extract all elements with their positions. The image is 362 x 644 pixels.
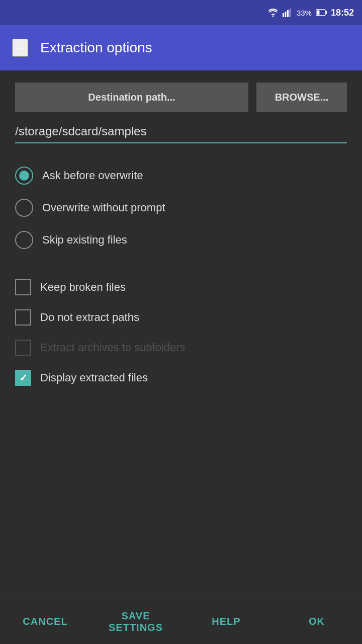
bottom-bar: CANCEL SAVESETTINGS HELP OK: [0, 599, 362, 644]
radio-label-skip: Skip existing files: [42, 233, 127, 247]
checkbox-display-extracted[interactable]: ✓ Display extracted files: [15, 363, 347, 393]
battery-text: 33%: [297, 9, 312, 17]
back-button[interactable]: ←: [12, 39, 28, 57]
destination-row: Destination path... BROWSE...: [15, 83, 347, 112]
checkbox-label-no-paths: Do not extract paths: [40, 311, 139, 324]
radio-circle-overwrite: [15, 199, 33, 217]
ok-button[interactable]: OK: [272, 599, 362, 644]
radio-skip-existing[interactable]: Skip existing files: [15, 224, 347, 256]
radio-label-ask: Ask before overwrite: [42, 169, 143, 182]
checkbox-label-display: Display extracted files: [40, 371, 148, 384]
checkbox-label-subfolders: Extract archives to subfolders: [40, 341, 186, 354]
checkmark-icon: ✓: [19, 372, 28, 384]
svg-rect-1: [285, 12, 286, 17]
radio-inner-ask: [19, 171, 29, 181]
wifi-icon: [267, 8, 279, 17]
checkbox-group: Keep broken files Do not extract paths E…: [15, 272, 347, 393]
checkbox-no-extract-paths[interactable]: Do not extract paths: [15, 302, 347, 333]
radio-overwrite-without-prompt[interactable]: Overwrite without prompt: [15, 192, 347, 224]
path-input[interactable]: [15, 120, 347, 143]
checkbox-box-keep-broken: [15, 279, 31, 295]
save-settings-button[interactable]: SAVESETTINGS: [90, 599, 181, 644]
save-settings-label: SAVESETTINGS: [109, 610, 163, 633]
browse-button[interactable]: BROWSE...: [256, 83, 347, 112]
checkbox-label-keep-broken: Keep broken files: [40, 281, 126, 294]
checkbox-extract-subfolders: Extract archives to subfolders: [15, 333, 347, 363]
svg-rect-3: [289, 9, 291, 17]
help-button[interactable]: HELP: [181, 599, 272, 644]
radio-group: Ask before overwrite Overwrite without p…: [15, 159, 347, 256]
page-title: Extraction options: [40, 40, 152, 56]
app-bar: ← Extraction options: [0, 25, 362, 70]
radio-ask-before-overwrite[interactable]: Ask before overwrite: [15, 159, 347, 192]
radio-label-overwrite: Overwrite without prompt: [42, 201, 165, 214]
status-bar: 33% 18:52: [0, 0, 362, 25]
radio-circle-skip: [15, 231, 33, 249]
radio-circle-ask: [15, 167, 33, 185]
status-icons: 33% 18:52: [267, 8, 354, 18]
cancel-button[interactable]: CANCEL: [0, 599, 90, 644]
destination-path-button[interactable]: Destination path...: [15, 83, 248, 112]
checkbox-keep-broken[interactable]: Keep broken files: [15, 272, 347, 302]
checkbox-box-display: ✓: [15, 370, 31, 386]
signal-icon: [283, 8, 293, 17]
time-display: 18:52: [331, 8, 354, 18]
battery-icon: [316, 9, 327, 16]
main-content: Destination path... BROWSE... Ask before…: [0, 70, 362, 599]
back-arrow-icon: ←: [13, 40, 27, 56]
svg-rect-0: [283, 13, 284, 17]
svg-rect-2: [287, 10, 289, 17]
svg-rect-6: [316, 11, 319, 15]
svg-rect-5: [326, 11, 327, 14]
checkbox-box-subfolders: [15, 340, 31, 356]
checkbox-box-no-paths: [15, 309, 31, 326]
